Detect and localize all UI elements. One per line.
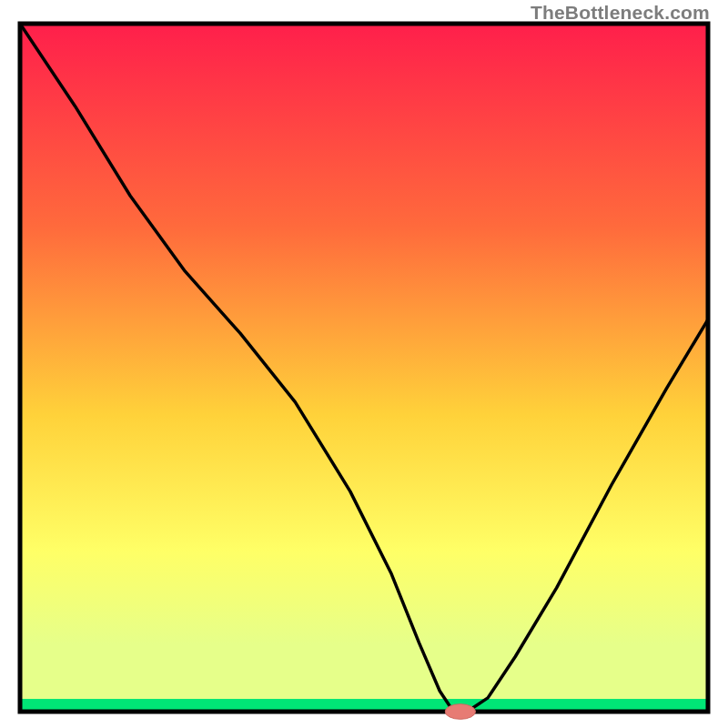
optimal-marker	[445, 704, 475, 720]
bottleneck-chart: TheBottleneck.com	[0, 0, 728, 728]
plot-gradient-bg	[20, 24, 708, 699]
attribution-text: TheBottleneck.com	[531, 2, 710, 24]
chart-svg	[0, 0, 728, 728]
